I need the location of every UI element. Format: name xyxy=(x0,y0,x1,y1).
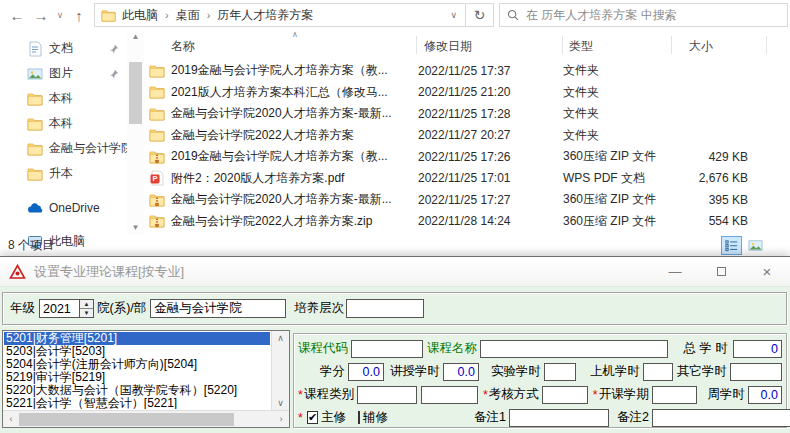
major-checkbox[interactable]: ✔ xyxy=(307,411,318,424)
address-bar[interactable]: 此电脑›桌面›历年人才培养方案 ∨ xyxy=(94,3,466,27)
thumbnails-view-button[interactable] xyxy=(745,236,766,255)
note2-input[interactable] xyxy=(652,409,790,427)
column-header-size[interactable]: 大小 xyxy=(689,38,713,55)
folder-icon xyxy=(27,166,43,182)
file-type: 360压缩 ZIP 文件 xyxy=(563,148,670,165)
scroll-right-icon[interactable]: › xyxy=(273,414,289,424)
close-button[interactable]: × xyxy=(744,257,790,287)
scrollbar-thumb[interactable] xyxy=(129,62,142,124)
minor-checkbox[interactable] xyxy=(358,411,360,424)
up-button[interactable]: ↑ xyxy=(68,4,90,26)
experiment-hours-input[interactable] xyxy=(544,363,576,381)
note1-input[interactable] xyxy=(509,409,609,427)
major-list-item[interactable]: 5203|会计学[5203] xyxy=(4,345,270,358)
listbox-vertical-scrollbar[interactable]: ∧ ∨ xyxy=(271,331,289,410)
file-row[interactable]: 金融与会计学院2022人才培养方案 2022/11/27 20:27 文件夹 xyxy=(144,125,790,147)
file-date: 2022/11/28 14:24 xyxy=(418,214,563,228)
file-row[interactable]: 2021版人才培养方案本科汇总（修改马... 2022/11/25 21:20 … xyxy=(144,82,790,104)
column-header-name[interactable]: 名称 xyxy=(171,38,195,55)
listbox-horizontal-scrollbar[interactable]: ‹ › xyxy=(3,410,289,427)
file-row[interactable]: 2019金融与会计学院人才培养方案（教... 2022/11/25 17:37 … xyxy=(144,60,790,82)
file-row[interactable]: 2019金融与会计学院人才培养方案（教... 2022/11/25 17:26 … xyxy=(144,146,790,168)
minimize-button[interactable]: — xyxy=(652,257,698,287)
sidebar-item-folder[interactable]: 金融与会计学院 xyxy=(0,136,127,161)
sidebar-item-folder[interactable]: 本科 xyxy=(0,111,127,136)
department-input[interactable] xyxy=(150,299,286,318)
teach-hours-input[interactable] xyxy=(443,363,479,381)
breadcrumb-segment[interactable]: 历年人才培养方案 xyxy=(211,7,319,24)
course-code-input[interactable] xyxy=(351,340,423,358)
grade-input[interactable] xyxy=(39,299,79,318)
column-header-type[interactable]: 类型 xyxy=(569,38,593,55)
file-row[interactable]: 附件2：2020版人才培养方案.pdf 2022/11/25 17:01 WPS… xyxy=(144,168,790,190)
spin-up-icon[interactable]: ▲ xyxy=(80,300,93,309)
semester-input[interactable] xyxy=(652,386,697,404)
maximize-icon xyxy=(717,267,726,276)
spin-down-icon[interactable]: ▼ xyxy=(80,309,93,317)
major-list-item[interactable]: 5221|会计学（智慧会计）[5221] xyxy=(4,397,270,409)
assessment-input[interactable] xyxy=(542,386,588,404)
sidebar-item-document[interactable]: 文档 xyxy=(0,36,127,61)
dialog-title: 设置专业理论课程[按专业] xyxy=(34,263,652,281)
scroll-down-icon[interactable]: ∨ xyxy=(272,396,289,410)
status-bar: 8 个项目 xyxy=(0,235,790,256)
file-row[interactable]: 金融与会计学院2020人才培养方案-最新... 2022/11/25 17:28… xyxy=(144,103,790,125)
sidebar-item-picture[interactable]: 图片 xyxy=(0,61,127,86)
sidebar-item-label: 本科 xyxy=(49,115,127,132)
sidebar-item-folder[interactable]: 升本 xyxy=(0,161,127,186)
major-list-item[interactable]: 5201|财务管理[5201] xyxy=(4,332,270,345)
recent-locations-chevron-icon[interactable]: ∨ xyxy=(54,4,66,26)
explorer-toolbar: ← → ∨ ↑ 此电脑›桌面›历年人才培养方案 ∨ ↻ xyxy=(0,0,790,30)
scroll-left-icon[interactable]: ‹ xyxy=(3,414,19,424)
machine-hours-input[interactable] xyxy=(643,363,673,381)
major-list-item[interactable]: 5219|审计学[5219] xyxy=(4,371,270,384)
forward-button[interactable]: → xyxy=(30,4,52,26)
refresh-button[interactable]: ↻ xyxy=(466,3,494,27)
course-name-input[interactable] xyxy=(480,340,668,358)
category-input-2[interactable] xyxy=(421,386,478,404)
file-type: 文件夹 xyxy=(563,84,670,101)
filter-panel: 年级 ▲▼ 院(系)/部 培养层次 xyxy=(2,292,787,325)
search-box[interactable] xyxy=(499,3,788,27)
search-icon xyxy=(506,8,520,22)
address-dropdown-chevron-icon[interactable]: ∨ xyxy=(444,10,463,20)
grade-spinner[interactable]: ▲▼ xyxy=(39,299,94,318)
column-header-date[interactable]: 修改日期 xyxy=(424,38,472,55)
file-size: 429 KB xyxy=(670,150,758,164)
major-list-item[interactable]: 5204|会计学(注册会计师方向)[5204] xyxy=(4,358,270,371)
search-input[interactable] xyxy=(526,8,781,22)
scroll-up-icon[interactable]: ∧ xyxy=(272,331,289,345)
scroll-down-icon[interactable]: ▼ xyxy=(127,221,144,235)
weekly-hours-label: 周学时 xyxy=(708,386,746,403)
maximize-button[interactable] xyxy=(698,257,744,287)
details-view-button[interactable] xyxy=(721,236,742,255)
scrollbar-thumb[interactable] xyxy=(19,413,234,426)
back-button[interactable]: ← xyxy=(6,4,28,26)
file-row[interactable]: 金融与会计学院2022人才培养方案.zip 2022/11/28 14:24 3… xyxy=(144,211,790,233)
file-row[interactable]: 金融与会计学院2020人才培养方案-最新... 2022/11/25 17:27… xyxy=(144,189,790,211)
item-count: 8 个项目 xyxy=(8,237,54,254)
credit-input[interactable] xyxy=(348,363,384,381)
total-hours-label: 总 学 时 xyxy=(684,340,728,357)
minor-label: 辅修 xyxy=(363,409,388,426)
major-list-item[interactable]: 5220|大数据与会计（国教学院专科）[5220] xyxy=(4,384,270,397)
category-input[interactable] xyxy=(357,386,417,404)
major-listbox[interactable]: 5201|财务管理[5201]5203|会计学[5203]5204|会计学(注册… xyxy=(2,330,290,428)
other-hours-input[interactable] xyxy=(730,363,782,381)
breadcrumb-segment[interactable]: 此电脑 xyxy=(116,7,164,24)
total-hours-input[interactable] xyxy=(733,340,782,358)
file-type: 文件夹 xyxy=(563,62,670,79)
weekly-hours-input[interactable] xyxy=(748,386,782,404)
sidebar-item-onedrive[interactable]: OneDrive xyxy=(0,195,127,220)
level-input[interactable] xyxy=(346,299,424,318)
folder-icon xyxy=(27,116,43,132)
file-size: 2,676 KB xyxy=(670,171,758,185)
sidebar-scrollbar[interactable]: ▲ ▼ xyxy=(127,30,144,235)
scroll-up-icon[interactable]: ▲ xyxy=(127,30,144,44)
sidebar-item-folder[interactable]: 本科 xyxy=(0,86,127,111)
file-date: 2022/11/27 20:27 xyxy=(418,128,563,142)
file-name: 金融与会计学院2020人才培养方案-最新... xyxy=(171,105,418,122)
grade-label: 年级 xyxy=(10,300,35,317)
dialog-title-bar[interactable]: 设置专业理论课程[按专业] — × xyxy=(0,257,790,287)
breadcrumb-segment[interactable]: 桌面 xyxy=(170,7,206,24)
